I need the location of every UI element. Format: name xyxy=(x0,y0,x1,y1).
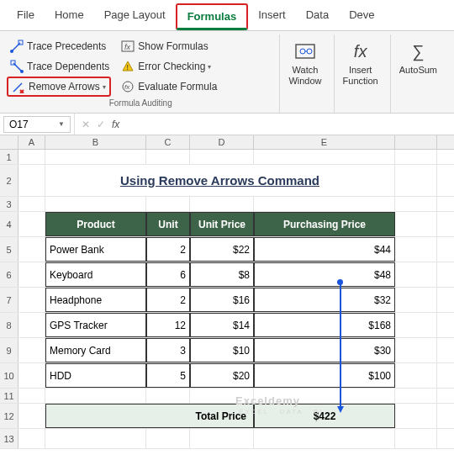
row-header[interactable]: 9 xyxy=(0,338,18,362)
insert-function-button[interactable]: fx InsertFunction xyxy=(336,36,385,90)
evaluate-formula-button[interactable]: fx Evaluate Formula xyxy=(118,78,220,95)
row-header[interactable]: 8 xyxy=(0,313,18,337)
cell[interactable] xyxy=(18,165,45,196)
table-cell-purchasing[interactable]: $48 xyxy=(254,262,395,287)
table-cell-unit[interactable]: 2 xyxy=(146,237,190,262)
cell[interactable] xyxy=(45,197,146,211)
cell[interactable] xyxy=(45,429,146,448)
total-value-cell[interactable]: $422 xyxy=(254,404,395,428)
cell[interactable] xyxy=(254,150,395,164)
cell[interactable] xyxy=(395,404,437,428)
row-header[interactable]: 3 xyxy=(0,197,18,211)
cell[interactable] xyxy=(18,288,45,312)
cell[interactable] xyxy=(395,150,437,164)
cell[interactable] xyxy=(190,389,254,403)
table-cell-unit-price[interactable]: $20 xyxy=(190,363,254,388)
row-header[interactable]: 4 xyxy=(0,212,18,236)
cell[interactable] xyxy=(395,429,437,448)
cell[interactable] xyxy=(254,429,395,448)
cell[interactable] xyxy=(190,429,254,448)
col-header[interactable] xyxy=(395,135,437,149)
title-cell[interactable]: Using Remove Arrows Command xyxy=(45,165,395,196)
row-header[interactable]: 5 xyxy=(0,237,18,262)
cell[interactable] xyxy=(395,262,437,287)
table-cell-product[interactable]: HDD xyxy=(45,363,146,388)
cell[interactable] xyxy=(254,197,395,211)
cell[interactable] xyxy=(18,404,45,428)
tab-insert[interactable]: Insert xyxy=(248,3,296,30)
col-header[interactable]: D xyxy=(190,135,254,149)
cell[interactable] xyxy=(18,363,45,388)
table-cell-purchasing[interactable]: $30 xyxy=(254,338,395,362)
select-all-corner[interactable] xyxy=(0,135,18,149)
cell[interactable] xyxy=(18,338,45,362)
cell[interactable] xyxy=(395,237,437,262)
cell[interactable] xyxy=(190,197,254,211)
col-header[interactable]: A xyxy=(18,135,45,149)
trace-dependents-button[interactable]: Trace Dependents xyxy=(7,58,113,75)
name-box[interactable]: O17 ▼ xyxy=(3,116,71,133)
tab-data[interactable]: Data xyxy=(296,3,339,30)
col-header[interactable]: C xyxy=(146,135,190,149)
table-cell-unit-price[interactable]: $14 xyxy=(190,313,254,337)
trace-precedents-button[interactable]: Trace Precedents xyxy=(7,38,109,55)
cell[interactable] xyxy=(395,288,437,312)
tab-file[interactable]: File xyxy=(7,3,45,30)
table-cell-purchasing[interactable]: $168 xyxy=(254,313,395,337)
table-cell-unit-price[interactable]: $10 xyxy=(190,338,254,362)
cell[interactable] xyxy=(45,389,146,403)
tab-home[interactable]: Home xyxy=(45,3,94,30)
table-cell-product[interactable]: Memory Card xyxy=(45,338,146,362)
table-cell-unit[interactable]: 3 xyxy=(146,338,190,362)
table-cell-product[interactable]: Power Bank xyxy=(45,237,146,262)
table-cell-unit[interactable]: 12 xyxy=(146,313,190,337)
tab-formulas[interactable]: Formulas xyxy=(176,3,249,30)
table-cell-unit[interactable]: 5 xyxy=(146,363,190,388)
cell[interactable] xyxy=(395,313,437,337)
watch-window-button[interactable]: WatchWindow xyxy=(282,36,328,90)
cell[interactable] xyxy=(146,197,190,211)
cell[interactable] xyxy=(146,429,190,448)
cell[interactable] xyxy=(18,150,45,164)
cell[interactable] xyxy=(395,165,437,196)
remove-arrows-button[interactable]: Remove Arrows ▾ xyxy=(7,77,111,97)
total-label-cell[interactable]: Total Price xyxy=(45,404,254,428)
table-cell-unit-price[interactable]: $22 xyxy=(190,237,254,262)
table-cell-product[interactable]: GPS Tracker xyxy=(45,313,146,337)
enter-icon[interactable]: ✓ xyxy=(97,119,105,130)
table-header[interactable]: Product xyxy=(45,212,146,236)
cell[interactable] xyxy=(18,197,45,211)
fx-icon[interactable]: fx xyxy=(112,119,119,130)
row-header[interactable]: 12 xyxy=(0,404,18,428)
cell[interactable] xyxy=(190,150,254,164)
tab-page-layout[interactable]: Page Layout xyxy=(94,3,176,30)
cell[interactable] xyxy=(395,212,437,236)
cell[interactable] xyxy=(254,389,395,403)
table-header[interactable]: Unit xyxy=(146,212,190,236)
table-cell-unit[interactable]: 2 xyxy=(146,288,190,312)
row-header[interactable]: 11 xyxy=(0,389,18,403)
table-cell-purchasing[interactable]: $100 xyxy=(254,363,395,388)
error-checking-button[interactable]: ! Error Checking ▾ xyxy=(118,58,214,75)
cell[interactable] xyxy=(18,237,45,262)
autosum-button[interactable]: ∑ AutoSum xyxy=(393,36,444,79)
table-cell-purchasing[interactable]: $32 xyxy=(254,288,395,312)
tab-developer[interactable]: Deve xyxy=(339,3,384,30)
table-header[interactable]: Unit Price xyxy=(190,212,254,236)
cell[interactable] xyxy=(45,150,146,164)
cell[interactable] xyxy=(18,429,45,448)
col-header[interactable]: B xyxy=(45,135,146,149)
cell[interactable] xyxy=(395,197,437,211)
cell[interactable] xyxy=(146,389,190,403)
table-cell-product[interactable]: Keyboard xyxy=(45,262,146,287)
table-cell-product[interactable]: Headphone xyxy=(45,288,146,312)
row-header[interactable]: 1 xyxy=(0,150,18,164)
row-header[interactable]: 7 xyxy=(0,288,18,312)
cell[interactable] xyxy=(146,150,190,164)
row-header[interactable]: 10 xyxy=(0,363,18,388)
table-cell-unit[interactable]: 6 xyxy=(146,262,190,287)
cancel-icon[interactable]: ✕ xyxy=(82,119,90,130)
row-header[interactable]: 6 xyxy=(0,262,18,287)
cell[interactable] xyxy=(395,338,437,362)
table-cell-purchasing[interactable]: $44 xyxy=(254,237,395,262)
